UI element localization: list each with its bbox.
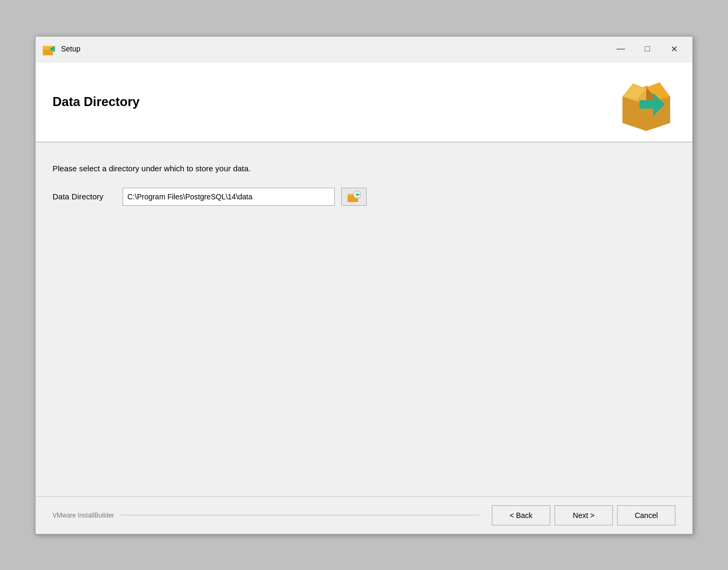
close-button[interactable]: ✕ [662, 40, 686, 57]
setup-logo-icon [617, 73, 675, 131]
content-area: Please select a directory under which to… [36, 143, 692, 496]
back-button[interactable]: < Back [492, 505, 550, 525]
app-icon [42, 41, 57, 56]
title-bar: Setup — □ ✕ [36, 37, 692, 62]
next-button[interactable]: Next > [554, 505, 613, 525]
cancel-button[interactable]: Cancel [617, 505, 675, 525]
description-text: Please select a directory under which to… [53, 164, 675, 173]
page-header: Data Directory [36, 62, 692, 143]
window-controls: — □ ✕ [609, 40, 686, 57]
brand-divider [120, 515, 479, 515]
brand-label: VMware InstallBuilder [53, 512, 114, 519]
browse-button[interactable] [341, 188, 367, 206]
directory-form-row: Data Directory [53, 188, 675, 206]
directory-input[interactable] [123, 188, 335, 206]
folder-browse-icon [346, 189, 361, 204]
setup-window: Setup — □ ✕ Data Directory Please select… [35, 36, 693, 534]
svg-rect-10 [348, 194, 353, 196]
window-title: Setup [61, 45, 609, 53]
footer-buttons: < Back Next > Cancel [492, 505, 675, 525]
page-title: Data Directory [53, 94, 140, 109]
brand-area: VMware InstallBuilder [53, 512, 479, 519]
directory-label: Data Directory [53, 192, 116, 201]
footer: VMware InstallBuilder < Back Next > Canc… [36, 496, 692, 534]
minimize-button[interactable]: — [609, 40, 633, 57]
maximize-button[interactable]: □ [635, 40, 660, 57]
